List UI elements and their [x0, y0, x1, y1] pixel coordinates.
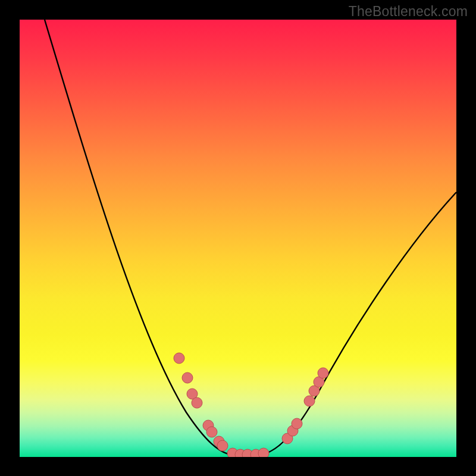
data-point: [206, 427, 217, 437]
chart-frame: TheBottleneck.com: [0, 0, 476, 476]
marker-layer: [174, 353, 328, 457]
chart-svg: [20, 20, 456, 457]
data-point: [192, 397, 202, 408]
curve-layer: [45, 20, 456, 455]
data-point: [318, 368, 328, 378]
data-point: [304, 396, 315, 406]
data-point: [174, 353, 184, 364]
data-point: [182, 372, 193, 383]
bottleneck-curve: [45, 20, 456, 455]
data-point: [292, 418, 302, 429]
data-point: [217, 440, 228, 451]
watermark-text: TheBottleneck.com: [349, 4, 468, 20]
data-point: [258, 448, 269, 457]
plot-area: [20, 20, 456, 457]
